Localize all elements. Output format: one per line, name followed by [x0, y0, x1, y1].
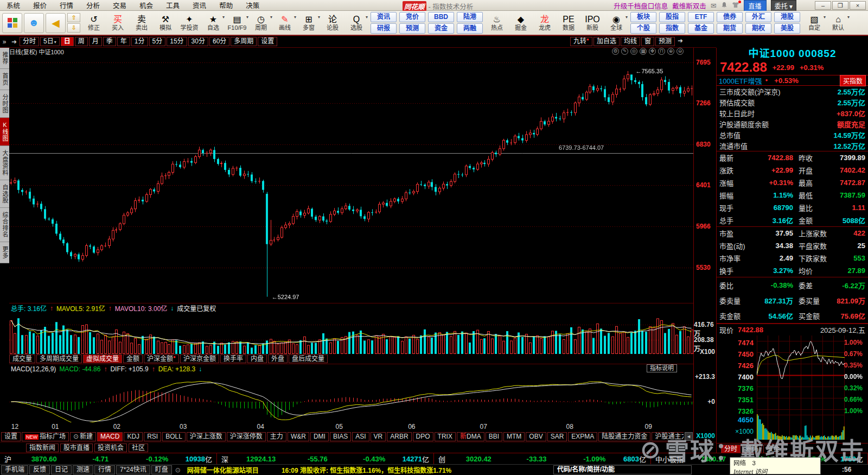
dock-arrow-icon[interactable]: ➜ [11, 38, 17, 46]
toolbar-pair-bottom[interactable]: 两融 [457, 23, 483, 34]
toolbar-pair-top[interactable]: 外汇 [745, 12, 771, 22]
indicator-tab[interactable]: NEW指标广场 [22, 432, 69, 441]
toolbar-pair-top[interactable]: 板块 [630, 12, 656, 22]
indicator-tab[interactable]: 设置 [1, 432, 21, 441]
forum-icon[interactable]: 论 论股 [321, 11, 344, 34]
indicator-tab[interactable]: RSI [144, 432, 161, 441]
back-icon[interactable]: ◀ [46, 13, 66, 33]
scrolling-news-2[interactable]: 16:09 港股收评: 恒生指数涨1.16%，恒生科技指数涨1.71% [282, 465, 451, 474]
mail-icon[interactable]: ✉ [711, 2, 717, 10]
chart-option-tab[interactable]: 均线 [621, 37, 640, 46]
menu-item[interactable]: 决策 [239, 0, 266, 10]
buy-index-button[interactable]: 买指数 [840, 75, 866, 86]
indicator-tab[interactable]: EXPMA [568, 432, 597, 441]
status-bar-button[interactable]: 反馈 [29, 465, 50, 474]
indicator-tab[interactable]: W&R [288, 432, 309, 441]
index-ticker[interactable]: 深12924.13-55.76 -0.43%14271亿 [217, 453, 434, 464]
pencil-icon[interactable]: ✎ 画线 ▾ [273, 11, 297, 34]
indicator-tab[interactable]: 沪股通主力资金 [652, 432, 684, 441]
indicator-tab[interactable]: SAR [547, 432, 567, 441]
zoom-in-icon[interactable]: ⊕ [667, 48, 674, 55]
period-tab[interactable]: 年 [117, 37, 130, 46]
period-tab[interactable]: 设置 [258, 37, 277, 46]
menu-item[interactable]: 行情 [53, 0, 80, 10]
refresh-icon[interactable]: ↺ 修正 [82, 11, 106, 34]
period-tab[interactable]: 季 [103, 37, 116, 46]
collapse-sidebar-icon[interactable]: » [0, 38, 9, 46]
up-arrow-icon[interactable]: ⇧ [67, 13, 80, 22]
indicator-help-button[interactable]: 指标说明 [647, 364, 677, 372]
live-button[interactable]: 直播 [744, 0, 767, 11]
volume-tab[interactable]: 虚拟成交量 [83, 354, 122, 363]
indicator-tab[interactable]: 陆股通主力资金 [598, 432, 650, 441]
multi-window-icon[interactable]: ⊞ 多窗 ▾ [297, 11, 321, 34]
toolbar-pair-top[interactable]: 港股 [774, 12, 800, 22]
chart-option-tab[interactable]: 窗 [641, 37, 654, 46]
status-bar-button[interactable]: 测速 [73, 465, 93, 474]
mini-chart-tab[interactable]: 资金 [763, 445, 783, 453]
period-tab[interactable]: 5分 [149, 37, 166, 46]
period-tab[interactable]: 日 [61, 37, 74, 46]
sidebar-item[interactable]: 大盘资料 [0, 146, 9, 180]
davis-link[interactable]: 戴维斯双击 [672, 1, 706, 11]
menu-item[interactable]: 报价 [27, 0, 53, 10]
volume-tab[interactable]: 沪深金额● [144, 354, 179, 363]
lock-icon[interactable]: ⊓ [658, 48, 665, 55]
toolbar-pair-top[interactable]: 债券 [717, 12, 743, 22]
toolbar-pair-bottom[interactable]: 资金 [428, 23, 454, 34]
basket-icon[interactable]: ▦ [640, 48, 647, 55]
shirt-icon[interactable] [732, 2, 739, 10]
volume-tab[interactable]: 沪深京金额 [180, 354, 219, 363]
indicator-tab[interactable]: DPO [413, 432, 433, 441]
sell-icon[interactable]: 卖 卖出 [130, 11, 154, 34]
menu-item[interactable]: 资讯 [186, 0, 213, 10]
globe-icon[interactable]: ◉ 全球 ▾ [604, 11, 628, 34]
status-bar-button[interactable]: 日记 [51, 465, 72, 474]
sidebar-item[interactable]: 综合排名 [0, 208, 9, 242]
indicator-tab[interactable]: 主力 [267, 432, 286, 441]
down-arrow-icon[interactable]: ⇩ [67, 23, 80, 33]
custom-icon[interactable]: ▧ 自定 ▾ [802, 11, 826, 34]
clock-icon[interactable]: ◷ 周期 ▾ [249, 11, 273, 34]
menu-item[interactable]: 工具 [159, 0, 186, 10]
mini-chart-tab[interactable]: 分时 [721, 445, 741, 453]
chart-option-tab[interactable]: 九转● [570, 37, 592, 46]
toolbar-pair-bottom[interactable]: 个股 [630, 23, 656, 34]
toolbar-pair-bottom[interactable]: 期权 [745, 23, 771, 34]
toolbar-pair-top[interactable]: 资讯 [371, 12, 397, 22]
indicator-tab[interactable]: OBV [526, 432, 546, 441]
news-tab[interactable]: 投资机会 [94, 444, 127, 452]
news-tab[interactable]: 股市直播 [60, 444, 93, 452]
indicator-tab[interactable]: ARBR [387, 432, 411, 441]
index-name-code[interactable]: 中证1000 000852 [717, 48, 868, 60]
toolbar-pair-bottom[interactable]: 基金 [688, 23, 714, 34]
index-ticker[interactable]: 创3020.42-33.33 -1.09%6803亿 [434, 453, 651, 464]
bell-icon[interactable] [721, 2, 727, 10]
mini-chart-tab[interactable]: 筹码 [742, 445, 762, 453]
scrolling-news-1[interactable]: 网荷储一体化能源站项目 [187, 465, 259, 474]
expand-arrow-icon[interactable]: ➜ [678, 37, 683, 46]
volume-canvas[interactable] [9, 313, 693, 354]
period-tab[interactable]: 30分 [188, 37, 208, 46]
stock-picker-icon[interactable]: Q 选股 ▾ [344, 11, 368, 34]
buy-icon[interactable]: 买 买入 [106, 11, 130, 34]
macd-canvas[interactable] [9, 373, 693, 422]
indicator-tab[interactable]: MTM [503, 432, 525, 441]
document-icon[interactable]: ▤ F10/F9 ▾ [225, 11, 249, 34]
indicator-tab[interactable]: ⊙新建 [70, 432, 96, 441]
eye-icon[interactable]: ◎ [630, 48, 637, 55]
gavel-icon[interactable]: ⚒ 模拟 [154, 11, 177, 34]
sidebar-item[interactable]: 推荐 [0, 48, 9, 69]
news-tab[interactable]: 社区 [129, 444, 148, 452]
pencil-icon[interactable]: ✎ [621, 48, 628, 55]
close-button[interactable]: × [850, 1, 866, 10]
order-button[interactable]: 委托 ▾ [771, 0, 796, 11]
indicator-tab[interactable]: BOLL [162, 432, 186, 441]
intraday-canvas[interactable] [757, 335, 845, 441]
menu-item[interactable]: 分析 [80, 0, 106, 10]
toolbar-pair-top[interactable]: BBD [428, 12, 454, 22]
indicator-tab[interactable]: DMI [310, 432, 329, 441]
gear-icon[interactable]: ⚙ [612, 48, 619, 55]
period-tab[interactable]: 多周期 [231, 37, 257, 46]
sidebar-item[interactable]: 首页 [0, 69, 9, 90]
